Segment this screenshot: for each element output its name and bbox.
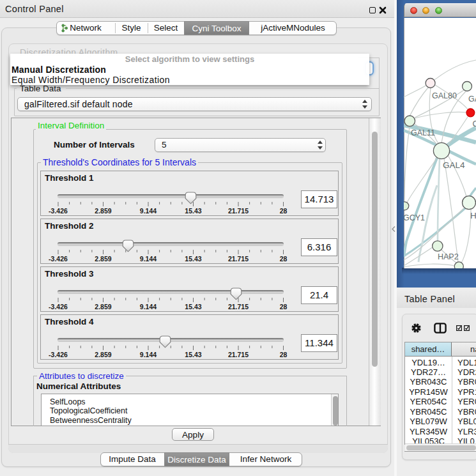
svg-text:GCY1: GCY1 <box>404 213 425 222</box>
svg-text:GAL80: GAL80 <box>432 91 457 100</box>
svg-text:C: C <box>473 119 476 128</box>
svg-text:GAL11: GAL11 <box>411 128 435 137</box>
svg-text:H: H <box>470 211 476 220</box>
svg-text:HAP2: HAP2 <box>438 252 459 261</box>
svg-text:GA: GA <box>468 95 476 104</box>
svg-text:GAL4: GAL4 <box>443 160 465 170</box>
